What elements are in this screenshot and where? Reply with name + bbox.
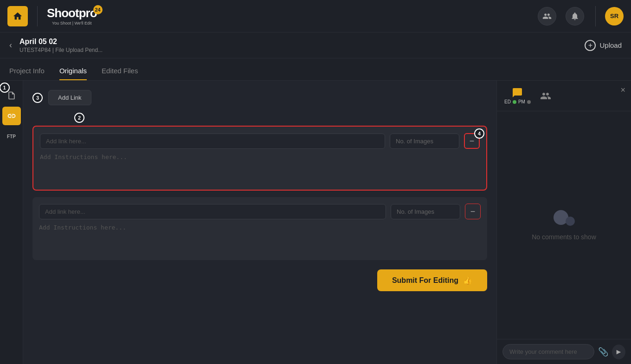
submit-label: Submit For Editing [392,276,458,285]
logo-badge: 24 [93,5,103,14]
link-input-2[interactable] [39,204,386,219]
link-card-2-top: No. of Images − [39,204,481,219]
content-area: 3 Add Link 2 No. of Images − 4 [23,81,496,364]
link-button[interactable] [2,107,21,125]
navbar: Shootpro 24 You Shoot | We'll Edit SR [0,0,631,32]
breadcrumb-meta: UTEST4P84 | File Upload Pend... [19,47,103,53]
ftp-button[interactable]: FTP [2,127,21,146]
users-button[interactable] [538,7,556,26]
comment-bubbles [554,210,575,226]
notifications-button[interactable] [566,7,584,26]
annotation-badge-1: 1 [0,83,10,93]
ed-dot [513,100,516,104]
link-card-1-top: No. of Images − 4 [40,133,480,149]
logo: Shootpro 24 You Shoot | We'll Edit [47,7,97,26]
logo-tagline: You Shoot | We'll Edit [52,21,92,26]
right-panel-header: ED PM × [497,81,631,111]
right-panel-footer: 📎 ► [497,339,631,364]
minus-btn-wrapper-1: − 4 [464,133,480,149]
instructions-input-1[interactable] [40,153,480,181]
upload-button[interactable]: + Upload [585,40,622,51]
comment-input[interactable] [502,344,594,359]
attach-icon[interactable]: 📎 [598,347,608,357]
images-label-1: No. of Images [390,134,459,149]
annotation-badge-2: 2 [74,113,84,123]
thumbs-up-icon: 👍 [463,276,472,285]
plus-circle-icon: + [585,40,596,51]
right-panel: ED PM × No comments to show 📎 [496,81,631,364]
right-panel-close[interactable]: × [620,85,625,95]
chat-tab[interactable]: ED PM [504,87,531,104]
no-comments-text: No comments to show [532,233,596,241]
main-layout: 1 FTP 3 Add Link 2 No. of Images − [0,81,631,364]
add-link-button[interactable]: Add Link [48,90,91,105]
annotation-badge-3: 3 [32,93,43,103]
nav-vert-divider [595,6,596,26]
send-button[interactable]: ► [612,345,625,359]
logo-text: Shootpro [47,7,97,19]
images-label-text-2: No. of Images [397,208,434,215]
remove-card-2-button[interactable]: − [465,204,481,219]
pm-label: PM [518,99,525,104]
right-panel-body: No comments to show [497,111,631,339]
pm-dot [527,100,531,104]
submit-button[interactable]: Submit For Editing 👍 [377,269,487,291]
images-label-text-1: No. of Images [396,138,433,145]
add-link-row: 3 Add Link [32,90,487,105]
back-button[interactable]: ‹ [9,40,12,50]
tab-originals[interactable]: Originals [59,67,87,80]
breadcrumb-info: April 05 02 UTEST4P84 | File Upload Pend… [19,38,103,53]
tab-project-info[interactable]: Project Info [9,67,45,80]
bubble-small [566,217,575,226]
chat-tab-label: ED PM [504,99,531,104]
images-label-2: No. of Images [391,204,460,219]
page-title: April 05 02 [19,38,103,46]
breadcrumb-row: ‹ April 05 02 UTEST4P84 | File Upload Pe… [0,32,631,58]
nav-divider [37,6,38,26]
upload-label: Upload [599,41,622,49]
link-card-1: No. of Images − 4 [32,126,487,191]
tab-edited-files[interactable]: Edited Files [102,67,138,80]
tabs-row: Project Info Originals Edited Files [0,58,631,81]
avatar[interactable]: SR [605,7,624,26]
instructions-input-2[interactable] [39,224,481,252]
people-tab[interactable] [540,90,551,102]
link-input-1[interactable] [40,134,385,149]
ed-label: ED [504,99,511,104]
left-panel: 1 FTP [0,81,23,364]
left-btn-file-wrapper: 1 [2,86,21,105]
link-card-2: No. of Images − [32,197,487,260]
annotation-badge-4: 4 [474,128,484,139]
annotation-2-wrapper: 2 [32,113,487,123]
submit-row: Submit For Editing 👍 [32,269,487,291]
home-button[interactable] [7,6,28,26]
